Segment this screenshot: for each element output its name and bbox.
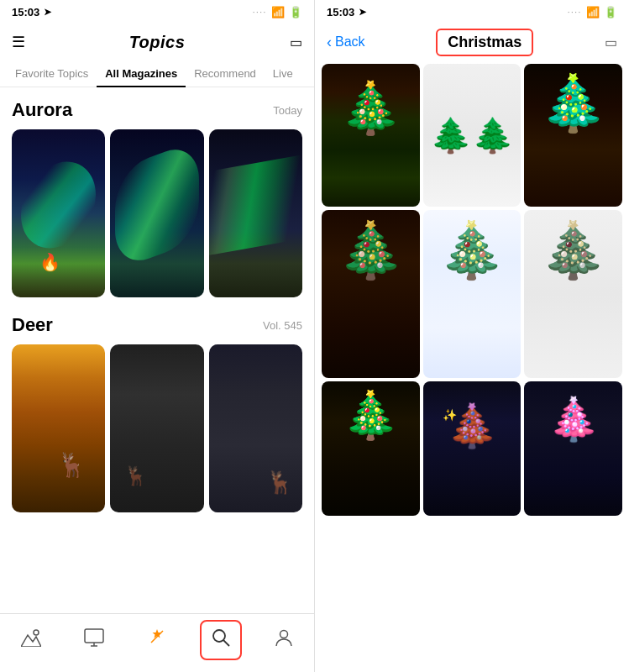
svg-point-5: [213, 630, 225, 642]
left-time: 15:03: [12, 6, 39, 18]
left-location-icon: ➤: [44, 7, 51, 18]
left-status-bar: 15:03 ➤ ···· 📶 🔋: [0, 0, 314, 24]
app-title: Topics: [129, 33, 186, 52]
left-status-left: 15:03 ➤: [12, 6, 51, 18]
aurora-image-3[interactable]: [209, 129, 302, 297]
back-chevron-icon: ‹: [327, 34, 332, 51]
left-status-right: ···· 📶 🔋: [253, 6, 302, 18]
right-battery-icon: 🔋: [604, 6, 617, 18]
left-panel: 15:03 ➤ ···· 📶 🔋 ☰ Topics ▭ Favorite Top…: [0, 0, 315, 672]
bottom-nav: [0, 613, 314, 672]
nav-search[interactable]: [200, 620, 242, 660]
right-status-right: ···· 📶 🔋: [568, 6, 617, 18]
xmas-photo-1[interactable]: [322, 64, 420, 207]
xmas-photo-7[interactable]: [322, 381, 420, 516]
deer-image-2[interactable]: [110, 344, 203, 512]
deer-meta: Vol. 545: [263, 319, 302, 332]
deer-section-header: Deer Vol. 545: [12, 314, 302, 336]
right-signal-dots: ····: [568, 8, 582, 16]
xmas-photo-6[interactable]: [524, 210, 622, 378]
search-icon: [212, 628, 230, 652]
left-content: Aurora Today Deer Vol. 545: [0, 87, 314, 613]
xmas-photo-5[interactable]: [423, 210, 522, 378]
nav-magic[interactable]: [137, 621, 177, 659]
aurora-image-2[interactable]: [110, 129, 203, 297]
aurora-meta: Today: [273, 104, 302, 117]
back-button[interactable]: ‹ Back: [327, 34, 365, 51]
xmas-photo-8[interactable]: [423, 381, 522, 516]
tab-all-magazines[interactable]: All Magazines: [97, 60, 186, 87]
aurora-image-grid: [12, 129, 302, 297]
nav-landscape[interactable]: [11, 622, 51, 659]
xmas-photo-2[interactable]: [423, 64, 522, 207]
left-battery-icon: 🔋: [289, 6, 302, 18]
phone-icon-right[interactable]: ▭: [605, 34, 617, 50]
magic-icon: [147, 627, 167, 653]
xmas-photo-9[interactable]: [524, 381, 622, 516]
phone-icon-left[interactable]: ▭: [290, 34, 302, 50]
right-panel: 15:03 ➤ ···· 📶 🔋 ‹ Back Christmas ▭: [315, 0, 629, 672]
christmas-title: Christmas: [436, 29, 533, 56]
svg-line-6: [223, 640, 229, 646]
xmas-photo-3[interactable]: [524, 64, 622, 207]
landscape-icon: [21, 628, 41, 652]
svg-point-1: [34, 630, 39, 635]
menu-icon[interactable]: ☰: [12, 33, 25, 51]
deer-image-1[interactable]: [12, 344, 105, 512]
left-wifi-icon: 📶: [271, 6, 285, 18]
right-header: ‹ Back Christmas ▭: [315, 24, 629, 60]
tab-favorite[interactable]: Favorite Topics: [7, 60, 97, 87]
svg-rect-2: [85, 629, 103, 643]
tab-bar: Favorite Topics All Magazines Recommend …: [0, 60, 314, 87]
monitor-icon: [84, 628, 104, 652]
deer-title: Deer: [12, 314, 53, 336]
aurora-section-header: Aurora Today: [12, 99, 302, 121]
right-status-left: 15:03 ➤: [327, 6, 366, 18]
tab-recommend[interactable]: Recommend: [186, 60, 265, 87]
deer-image-3[interactable]: [209, 344, 302, 512]
back-label: Back: [335, 34, 365, 50]
left-header: ☰ Topics ▭: [0, 24, 314, 60]
xmas-photo-4[interactable]: [322, 210, 420, 378]
profile-icon: [275, 628, 293, 652]
svg-marker-0: [21, 635, 41, 647]
nav-monitor[interactable]: [74, 622, 114, 659]
svg-point-7: [280, 630, 287, 638]
aurora-title: Aurora: [12, 99, 72, 121]
nav-profile[interactable]: [265, 622, 303, 659]
aurora-image-1[interactable]: [12, 129, 105, 297]
right-status-bar: 15:03 ➤ ···· 📶 🔋: [315, 0, 629, 24]
tab-live[interactable]: Live: [265, 60, 301, 87]
right-wifi-icon: 📶: [586, 6, 600, 18]
left-signal-dots: ····: [253, 8, 267, 16]
christmas-photo-grid: [315, 60, 629, 672]
right-location-icon: ➤: [359, 7, 366, 18]
deer-image-grid: [12, 344, 302, 512]
right-time: 15:03: [327, 6, 354, 18]
